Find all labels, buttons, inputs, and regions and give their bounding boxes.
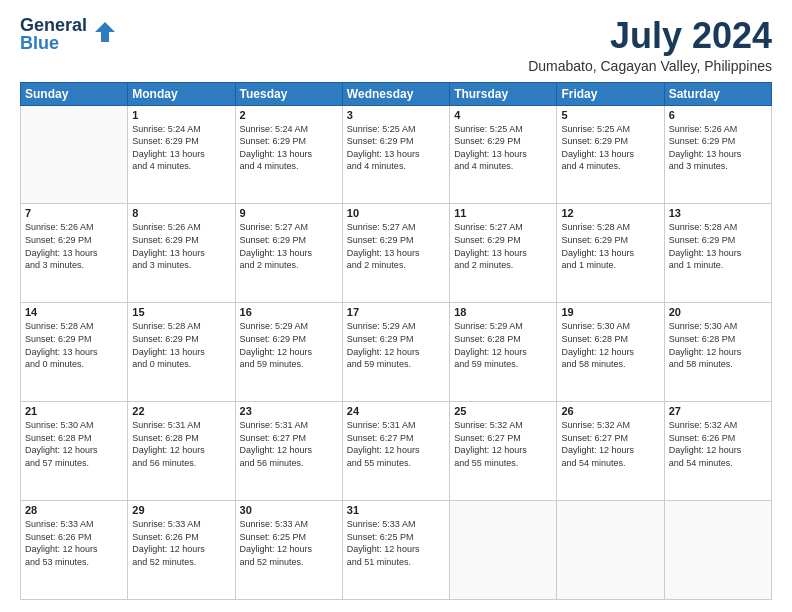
calendar-cell: 29Sunrise: 5:33 AM Sunset: 6:26 PM Dayli… — [128, 501, 235, 600]
calendar-header-monday: Monday — [128, 82, 235, 105]
calendar-cell: 31Sunrise: 5:33 AM Sunset: 6:25 PM Dayli… — [342, 501, 449, 600]
day-info: Sunrise: 5:25 AM Sunset: 6:29 PM Dayligh… — [347, 123, 445, 173]
day-info: Sunrise: 5:32 AM Sunset: 6:27 PM Dayligh… — [454, 419, 552, 469]
day-number: 12 — [561, 207, 659, 219]
day-info: Sunrise: 5:28 AM Sunset: 6:29 PM Dayligh… — [561, 221, 659, 271]
day-number: 14 — [25, 306, 123, 318]
header: General Blue July 2024 Dumabato, Cagayan… — [20, 16, 772, 74]
calendar-cell: 27Sunrise: 5:32 AM Sunset: 6:26 PM Dayli… — [664, 402, 771, 501]
logo-icon — [91, 18, 119, 50]
day-info: Sunrise: 5:31 AM Sunset: 6:28 PM Dayligh… — [132, 419, 230, 469]
day-info: Sunrise: 5:26 AM Sunset: 6:29 PM Dayligh… — [132, 221, 230, 271]
day-info: Sunrise: 5:29 AM Sunset: 6:28 PM Dayligh… — [454, 320, 552, 370]
location: Dumabato, Cagayan Valley, Philippines — [528, 58, 772, 74]
day-number: 23 — [240, 405, 338, 417]
calendar-header-saturday: Saturday — [664, 82, 771, 105]
calendar-header-friday: Friday — [557, 82, 664, 105]
calendar-cell: 13Sunrise: 5:28 AM Sunset: 6:29 PM Dayli… — [664, 204, 771, 303]
calendar-cell: 22Sunrise: 5:31 AM Sunset: 6:28 PM Dayli… — [128, 402, 235, 501]
day-number: 17 — [347, 306, 445, 318]
page: General Blue July 2024 Dumabato, Cagayan… — [0, 0, 792, 612]
day-info: Sunrise: 5:28 AM Sunset: 6:29 PM Dayligh… — [132, 320, 230, 370]
calendar-header-thursday: Thursday — [450, 82, 557, 105]
day-number: 31 — [347, 504, 445, 516]
day-number: 8 — [132, 207, 230, 219]
calendar-week-5: 28Sunrise: 5:33 AM Sunset: 6:26 PM Dayli… — [21, 501, 772, 600]
day-info: Sunrise: 5:33 AM Sunset: 6:25 PM Dayligh… — [347, 518, 445, 568]
day-info: Sunrise: 5:30 AM Sunset: 6:28 PM Dayligh… — [669, 320, 767, 370]
day-number: 16 — [240, 306, 338, 318]
calendar-cell: 24Sunrise: 5:31 AM Sunset: 6:27 PM Dayli… — [342, 402, 449, 501]
day-info: Sunrise: 5:32 AM Sunset: 6:26 PM Dayligh… — [669, 419, 767, 469]
calendar-cell — [450, 501, 557, 600]
calendar-cell: 20Sunrise: 5:30 AM Sunset: 6:28 PM Dayli… — [664, 303, 771, 402]
calendar-week-1: 1Sunrise: 5:24 AM Sunset: 6:29 PM Daylig… — [21, 105, 772, 204]
calendar-cell: 19Sunrise: 5:30 AM Sunset: 6:28 PM Dayli… — [557, 303, 664, 402]
day-info: Sunrise: 5:29 AM Sunset: 6:29 PM Dayligh… — [347, 320, 445, 370]
day-number: 15 — [132, 306, 230, 318]
day-number: 3 — [347, 109, 445, 121]
calendar-cell: 11Sunrise: 5:27 AM Sunset: 6:29 PM Dayli… — [450, 204, 557, 303]
day-number: 29 — [132, 504, 230, 516]
calendar-cell: 8Sunrise: 5:26 AM Sunset: 6:29 PM Daylig… — [128, 204, 235, 303]
day-number: 22 — [132, 405, 230, 417]
calendar-cell: 1Sunrise: 5:24 AM Sunset: 6:29 PM Daylig… — [128, 105, 235, 204]
day-number: 19 — [561, 306, 659, 318]
day-info: Sunrise: 5:27 AM Sunset: 6:29 PM Dayligh… — [454, 221, 552, 271]
calendar-cell: 6Sunrise: 5:26 AM Sunset: 6:29 PM Daylig… — [664, 105, 771, 204]
day-info: Sunrise: 5:31 AM Sunset: 6:27 PM Dayligh… — [240, 419, 338, 469]
day-number: 18 — [454, 306, 552, 318]
calendar-week-3: 14Sunrise: 5:28 AM Sunset: 6:29 PM Dayli… — [21, 303, 772, 402]
calendar-table: SundayMondayTuesdayWednesdayThursdayFrid… — [20, 82, 772, 600]
calendar-cell: 17Sunrise: 5:29 AM Sunset: 6:29 PM Dayli… — [342, 303, 449, 402]
day-info: Sunrise: 5:33 AM Sunset: 6:25 PM Dayligh… — [240, 518, 338, 568]
calendar-cell: 12Sunrise: 5:28 AM Sunset: 6:29 PM Dayli… — [557, 204, 664, 303]
calendar-cell: 2Sunrise: 5:24 AM Sunset: 6:29 PM Daylig… — [235, 105, 342, 204]
calendar-cell: 10Sunrise: 5:27 AM Sunset: 6:29 PM Dayli… — [342, 204, 449, 303]
day-number: 4 — [454, 109, 552, 121]
calendar-week-4: 21Sunrise: 5:30 AM Sunset: 6:28 PM Dayli… — [21, 402, 772, 501]
day-info: Sunrise: 5:33 AM Sunset: 6:26 PM Dayligh… — [25, 518, 123, 568]
day-number: 2 — [240, 109, 338, 121]
day-number: 20 — [669, 306, 767, 318]
day-info: Sunrise: 5:28 AM Sunset: 6:29 PM Dayligh… — [669, 221, 767, 271]
calendar-cell: 9Sunrise: 5:27 AM Sunset: 6:29 PM Daylig… — [235, 204, 342, 303]
day-number: 25 — [454, 405, 552, 417]
day-info: Sunrise: 5:31 AM Sunset: 6:27 PM Dayligh… — [347, 419, 445, 469]
day-number: 27 — [669, 405, 767, 417]
calendar-cell: 15Sunrise: 5:28 AM Sunset: 6:29 PM Dayli… — [128, 303, 235, 402]
calendar-cell: 7Sunrise: 5:26 AM Sunset: 6:29 PM Daylig… — [21, 204, 128, 303]
calendar-week-2: 7Sunrise: 5:26 AM Sunset: 6:29 PM Daylig… — [21, 204, 772, 303]
day-info: Sunrise: 5:25 AM Sunset: 6:29 PM Dayligh… — [561, 123, 659, 173]
calendar-cell: 5Sunrise: 5:25 AM Sunset: 6:29 PM Daylig… — [557, 105, 664, 204]
day-number: 6 — [669, 109, 767, 121]
day-info: Sunrise: 5:25 AM Sunset: 6:29 PM Dayligh… — [454, 123, 552, 173]
calendar-cell: 3Sunrise: 5:25 AM Sunset: 6:29 PM Daylig… — [342, 105, 449, 204]
day-info: Sunrise: 5:28 AM Sunset: 6:29 PM Dayligh… — [25, 320, 123, 370]
calendar-cell: 16Sunrise: 5:29 AM Sunset: 6:29 PM Dayli… — [235, 303, 342, 402]
calendar-cell: 14Sunrise: 5:28 AM Sunset: 6:29 PM Dayli… — [21, 303, 128, 402]
calendar-cell — [21, 105, 128, 204]
day-info: Sunrise: 5:30 AM Sunset: 6:28 PM Dayligh… — [561, 320, 659, 370]
day-number: 24 — [347, 405, 445, 417]
calendar-header-tuesday: Tuesday — [235, 82, 342, 105]
day-number: 11 — [454, 207, 552, 219]
logo-blue: Blue — [20, 34, 87, 52]
day-number: 13 — [669, 207, 767, 219]
calendar-cell: 23Sunrise: 5:31 AM Sunset: 6:27 PM Dayli… — [235, 402, 342, 501]
calendar-cell — [557, 501, 664, 600]
day-number: 9 — [240, 207, 338, 219]
svg-marker-0 — [95, 22, 115, 42]
day-number: 10 — [347, 207, 445, 219]
calendar-cell: 21Sunrise: 5:30 AM Sunset: 6:28 PM Dayli… — [21, 402, 128, 501]
day-info: Sunrise: 5:29 AM Sunset: 6:29 PM Dayligh… — [240, 320, 338, 370]
title-block: July 2024 Dumabato, Cagayan Valley, Phil… — [528, 16, 772, 74]
day-info: Sunrise: 5:26 AM Sunset: 6:29 PM Dayligh… — [669, 123, 767, 173]
calendar-header-wednesday: Wednesday — [342, 82, 449, 105]
day-number: 5 — [561, 109, 659, 121]
calendar-cell: 30Sunrise: 5:33 AM Sunset: 6:25 PM Dayli… — [235, 501, 342, 600]
calendar-cell — [664, 501, 771, 600]
calendar-header-sunday: Sunday — [21, 82, 128, 105]
day-number: 30 — [240, 504, 338, 516]
day-info: Sunrise: 5:27 AM Sunset: 6:29 PM Dayligh… — [347, 221, 445, 271]
